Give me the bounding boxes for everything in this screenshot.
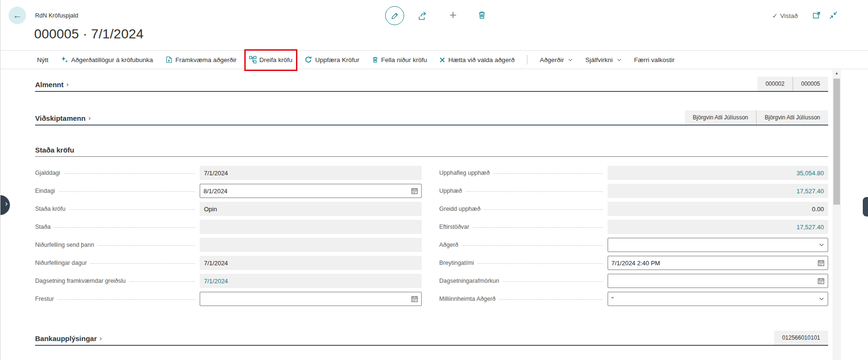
section-almennt-header[interactable]: Almennt › [35, 81, 69, 89]
upphafleg-upphaed-link[interactable]: 35,054.80 [796, 170, 824, 177]
action-dreifa-krofu[interactable]: Dreifa kröfu [249, 56, 293, 63]
field-dagsetning-framkvaemdar-greidslu: Dagsetning framkvæmdar greiðslu 7/1/2024 [35, 274, 422, 288]
scroll-up-arrow[interactable]: ▲ [832, 71, 841, 75]
scrollbar-thumb[interactable] [833, 79, 840, 205]
summary-badge: Björgvin Atli Júlíusson [685, 110, 757, 125]
dotted-leader [499, 299, 603, 300]
adgerd-select-input[interactable] [611, 242, 816, 249]
action-haetta-vid-valda-adgerd[interactable]: Hætta við valda aðgerð [439, 56, 515, 63]
dotted-leader [55, 227, 195, 228]
upphaed-link[interactable]: 17,527.40 [796, 188, 824, 195]
action-menu-sjalfvirkni[interactable]: Sjálfvirkni [585, 56, 622, 63]
open-in-new-window-button[interactable] [813, 11, 821, 19]
field-stada: Staða [35, 220, 422, 234]
section-bankaupplysingar-header[interactable]: Bankaupplýsingar › [35, 334, 102, 342]
left-pane-toggle[interactable]: › [0, 195, 10, 215]
section-vidskiptamenn-header[interactable]: Viðskiptamenn › [35, 114, 91, 122]
section-title: Almennt [35, 81, 64, 89]
action-uppfaera-krofur[interactable]: Uppfæra Kröfur [305, 56, 359, 63]
milliinnheimta-adgerd-select-input[interactable] [611, 296, 816, 303]
trash-icon [478, 10, 486, 20]
collapse-page-button[interactable] [829, 11, 838, 19]
chevron-right-icon: › [66, 81, 69, 88]
field-nidurfelling-send-thann: Niðurfelling send þann [35, 238, 422, 252]
field-label: Dagsetning framkvæmdar greiðslu [35, 278, 126, 284]
calendar-icon [818, 260, 824, 266]
refresh-icon [305, 56, 312, 63]
save-status-label: Vistað [780, 12, 798, 19]
distribute-icon [249, 56, 257, 63]
dropdown-button[interactable] [819, 296, 824, 302]
dotted-leader [98, 245, 195, 246]
calendar-picker-button[interactable] [818, 278, 824, 284]
section-stada-krofu: Staða kröfu [35, 140, 828, 157]
dagsetning-framkvaemdar-greidslu-link[interactable]: 7/1/2024 [204, 278, 228, 285]
arrow-left-icon: ← [13, 11, 22, 20]
field-label: Niðurfellingar dagur [35, 260, 87, 266]
collapse-icon [829, 11, 838, 19]
chevron-right-icon: › [88, 114, 91, 122]
action-menu-adgerdir[interactable]: Aðgerðir [540, 56, 573, 63]
action-nytt[interactable]: Nýtt [37, 56, 48, 63]
vertical-scrollbar[interactable]: ▲ [832, 70, 841, 360]
dotted-leader [478, 263, 603, 264]
dropdown-button[interactable] [819, 242, 824, 248]
section-title: Bankaupplýsingar [35, 334, 97, 342]
dotted-leader [473, 227, 603, 228]
action-label: Uppfæra Kröfur [315, 56, 359, 63]
dagsetningarafmorkun-input[interactable] [611, 278, 815, 285]
section-vidskiptamenn: Viðskiptamenn › Björgvin Atli Júlíusson … [35, 108, 828, 126]
field-label: Staða [35, 224, 51, 230]
action-faerri-valkostir[interactable]: Færri valkostir [634, 56, 675, 63]
trash-icon [372, 56, 379, 63]
section-title: Viðskiptamenn [35, 114, 85, 122]
field-label: Upphæð [439, 188, 462, 194]
frestur-input[interactable] [203, 296, 408, 303]
field-eindagi: Eindagi [35, 184, 422, 198]
field-label: Gjalddagi [35, 170, 60, 176]
field-column-right: Upphafleg upphæð 35,054.80 Upphæð 17,527… [439, 166, 828, 306]
action-label: Framkvæma aðgerðir [175, 56, 237, 63]
eindagi-input[interactable] [203, 188, 408, 195]
edit-button[interactable] [385, 6, 404, 25]
save-status: ✓ Vistað [772, 12, 798, 19]
dotted-leader [484, 209, 603, 210]
chevron-right-icon: › [5, 199, 8, 208]
chevron-down-icon [568, 57, 573, 63]
gjalddagi-value: 7/1/2024 [200, 166, 422, 180]
field-label: Frestur [35, 296, 54, 302]
stada-value [200, 220, 422, 234]
share-button[interactable] [418, 11, 428, 20]
breadcrumb[interactable]: RdN Kröfuspjald [35, 12, 78, 19]
dotted-leader [462, 245, 603, 246]
calendar-picker-button[interactable] [818, 260, 824, 266]
field-label: Niðurfelling send þann [35, 242, 94, 248]
calendar-picker-button[interactable] [411, 296, 418, 302]
calendar-icon [818, 278, 824, 284]
action-framkvaema-adgerdir[interactable]: Framkvæma aðgerðir [166, 56, 237, 63]
new-button[interactable]: + [448, 7, 458, 22]
action-fella-nidur-krofu[interactable]: Fella niður kröfu [372, 56, 427, 63]
field-stada-krofu: Staða kröfu Opin [35, 202, 422, 216]
field-label: Breytingatími [439, 260, 474, 266]
section-stada-krofu-header[interactable]: Staða kröfu [35, 146, 74, 154]
back-button[interactable]: ← [9, 7, 26, 24]
delete-button[interactable] [478, 10, 486, 20]
eftirstodvar-link[interactable]: 17,527.40 [796, 224, 824, 231]
field-eftirstodvar: Eftirstöðvar 17,527.40 [439, 220, 828, 234]
action-label: Nýtt [37, 56, 48, 63]
nidurfellingar-dagur-value: 7/1/2024 [200, 256, 422, 270]
breytingatimi-input[interactable] [611, 260, 815, 267]
action-label: Hætta við valda aðgerð [448, 56, 515, 63]
summary-badge: 000002 [757, 77, 793, 91]
calendar-icon [411, 188, 418, 194]
action-adgerdatillogur[interactable]: Aðgerðatillögur á kröfubunka [61, 56, 153, 63]
section-bankaupplysingar-summary: 012566010101 [774, 331, 828, 345]
chevron-down-icon [819, 296, 824, 302]
document-action-icon [166, 56, 173, 63]
dotted-leader [64, 173, 195, 174]
calendar-icon [411, 296, 418, 302]
right-pane-toggle[interactable] [863, 197, 868, 216]
calendar-picker-button[interactable] [411, 188, 418, 194]
field-label: Upphafleg upphæð [439, 170, 489, 176]
